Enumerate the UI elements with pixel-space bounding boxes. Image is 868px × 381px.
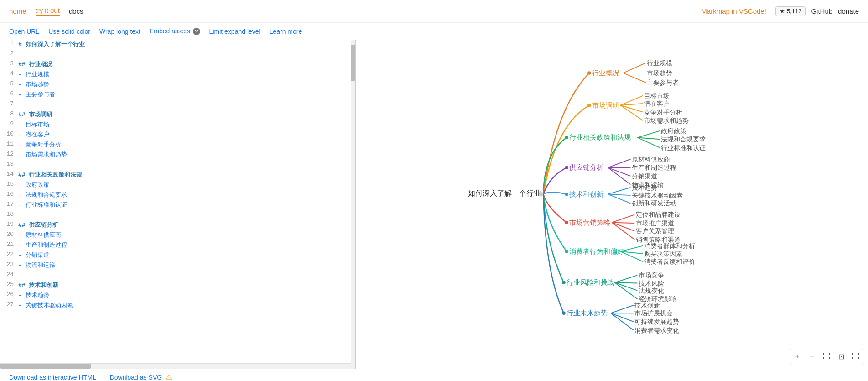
question-badge: ? (193, 28, 200, 35)
learn-more-link[interactable]: Learn more (270, 28, 302, 35)
line-content: - 分销渠道 (18, 251, 355, 259)
horizontal-scrollbar-thumb (0, 364, 91, 369)
line-number: 1 (0, 40, 18, 47)
vertical-scrollbar[interactable] (351, 40, 355, 369)
fit-height-button[interactable]: ⊡ (835, 350, 847, 363)
line-number: 21 (0, 241, 18, 248)
code-line: 17- 行业标准和认证 (0, 201, 355, 211)
code-line: 8## 市场调研 (0, 110, 355, 120)
child-line-8-4 (615, 283, 638, 299)
root-label: 如何深入了解一个行业 (468, 189, 541, 198)
download-html-link[interactable]: Download as interactive HTML (9, 374, 96, 381)
child-label-9-4: 消费者需求变化 (634, 327, 679, 334)
zoom-controls: + − ⛶ ⊡ ⛶ (790, 349, 863, 364)
child-line-2-3 (620, 105, 643, 112)
code-line: 14## 行业相关政策和法规 (0, 171, 355, 181)
child-line-4-3 (608, 168, 631, 177)
line-number: 18 (0, 211, 18, 218)
line-content: - 政府政策 (18, 181, 355, 189)
line-content: ## 市场调研 (18, 110, 355, 119)
child-line-6-2 (612, 223, 635, 223)
donate-link[interactable]: donate (838, 7, 859, 15)
child-line-3-1 (637, 131, 660, 138)
zoom-in-button[interactable]: + (791, 350, 804, 363)
horizontal-scrollbar[interactable] (0, 363, 355, 369)
nav-home[interactable]: home (9, 7, 26, 15)
child-label-6-2: 市场推广渠道 (636, 220, 674, 227)
child-line-8-3 (615, 283, 638, 291)
zoom-out-button[interactable]: − (806, 350, 818, 363)
child-label-7-2: 购买决策因素 (644, 251, 682, 257)
right-section: ★ 5,112 GitHub donate (775, 6, 859, 16)
line-content: - 竞争对手分析 (18, 141, 355, 149)
fullscreen-button[interactable]: ⛶ (849, 350, 862, 363)
line-number: 19 (0, 221, 18, 228)
line-number: 20 (0, 231, 18, 238)
branch-node-8 (562, 281, 565, 284)
line-content: - 关键技术驱动因素 (18, 301, 355, 309)
line-content: - 原材料供应商 (18, 231, 355, 239)
download-svg-link[interactable]: Download as SVG (110, 374, 162, 381)
vscode-link[interactable]: Markmap in VSCode! (701, 7, 766, 15)
branch-label-2: 市场调研 (592, 102, 619, 109)
open-url-link[interactable]: Open URL (9, 28, 39, 35)
line-content: - 技术趋势 (18, 291, 355, 299)
branch-label-7: 消费者行为和偏好 (569, 248, 624, 255)
child-label-7-3: 消费者反馈和评价 (644, 259, 695, 266)
use-solid-color-link[interactable]: Use solid color (48, 28, 90, 35)
child-label-3-2: 法规和合规要求 (661, 136, 706, 143)
code-line: 21- 生产和制造过程 (0, 241, 355, 251)
branch-node-4 (565, 166, 568, 169)
line-content: - 法规和合规要求 (18, 191, 355, 199)
line-number: 24 (0, 271, 18, 278)
line-content: - 行业规模 (18, 70, 355, 78)
editor-content[interactable]: 1# 如何深入了解一个行业23## 行业概况4- 行业规模5- 市场趋势6- 主… (0, 40, 355, 363)
embed-assets-link[interactable]: Embed assets (150, 27, 190, 35)
line-number: 25 (0, 281, 18, 288)
code-line: 10- 潜在客户 (0, 130, 355, 141)
code-line: 20- 原材料供应商 (0, 231, 355, 241)
wrap-long-text-link[interactable]: Wrap long text (99, 28, 140, 35)
child-line-4-1 (608, 159, 631, 168)
code-line: 2 (0, 50, 355, 60)
download-svg-container: Download as SVG ⚠ (110, 373, 172, 381)
vertical-scrollbar-thumb (351, 45, 355, 81)
star-icon: ★ (780, 8, 785, 15)
child-label-4-1: 原材料供应商 (632, 156, 670, 163)
branch-label-9: 行业未来趋势 (567, 310, 608, 317)
code-line: 23- 物流和运输 (0, 261, 355, 271)
child-label-9-1: 技术创新 (634, 302, 660, 309)
line-content: - 市场趋势 (18, 80, 355, 89)
line-content: ## 行业相关政策和法规 (18, 171, 355, 179)
child-label-4-2: 生产和制造过程 (632, 165, 676, 172)
fit-width-button[interactable]: ⛶ (820, 350, 833, 363)
child-label-2-1: 目标市场 (644, 93, 670, 99)
line-content: ## 供应链分析 (18, 221, 355, 229)
nav-try-it-out[interactable]: try it out (36, 6, 60, 16)
branch-label-1: 行业概况 (592, 69, 619, 77)
line-number: 13 (0, 161, 18, 167)
child-label-1-1: 行业规模 (647, 60, 672, 67)
code-line: 6- 主要参与者 (0, 90, 355, 100)
code-line: 9- 目标市场 (0, 120, 355, 130)
header: home try it out docs Markmap in VSCode! … (0, 0, 868, 23)
code-line: 12- 市场需求和趋势 (0, 151, 355, 161)
line-number: 9 (0, 120, 18, 127)
child-label-6-3: 客户关系管理 (636, 228, 674, 235)
mindmap-panel[interactable]: 如何深入了解一个行业 行业概况 行业规模 市场趋势 主要参与者 市场调研 目标市… (356, 40, 868, 369)
branch-label-6: 市场营销策略 (569, 219, 610, 226)
child-line-9-3 (611, 313, 634, 322)
child-label-1-3: 主要参与者 (647, 79, 679, 86)
line-number: 22 (0, 251, 18, 258)
star-button[interactable]: ★ 5,112 (775, 6, 806, 16)
child-line-6-3 (612, 223, 635, 231)
branch-path-6 (543, 194, 567, 223)
child-label-2-3: 竞争对手分析 (644, 109, 682, 116)
child-label-5-2: 关键技术驱动因素 (632, 192, 683, 199)
limit-expand-level-link[interactable]: Limit expand level (209, 28, 260, 35)
github-link[interactable]: GitHub (811, 7, 832, 15)
toolbar: Open URL Use solid color Wrap long text … (0, 23, 868, 40)
child-label-5-1: 技术趋势 (631, 184, 657, 191)
nav-docs[interactable]: docs (69, 7, 83, 15)
line-content: - 潜在客户 (18, 130, 355, 139)
